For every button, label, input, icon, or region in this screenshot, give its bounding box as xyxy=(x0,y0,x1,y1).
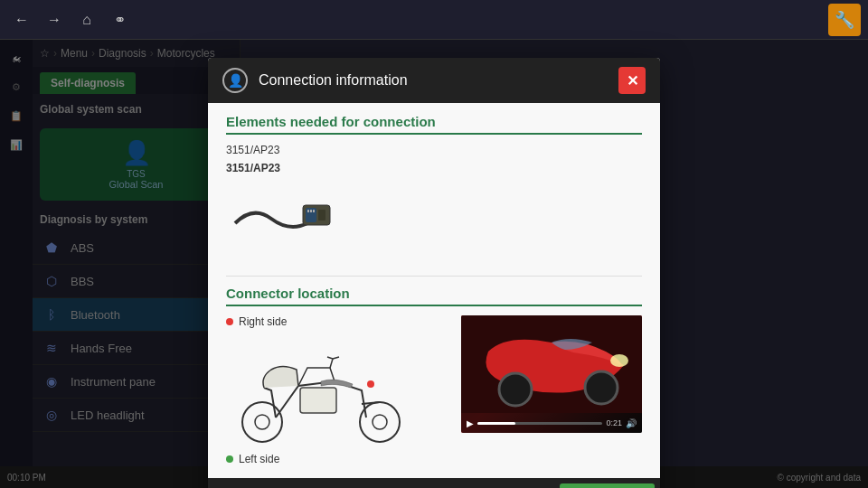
svg-point-8 xyxy=(360,402,400,442)
video-volume-icon[interactable]: 🔊 xyxy=(626,418,637,428)
modal-footer: ? Help ✓ Next xyxy=(208,478,660,488)
svg-point-13 xyxy=(499,373,532,406)
elements-needed-title: Elements needed for connection xyxy=(226,114,642,135)
modal-close-button[interactable]: ✕ xyxy=(618,67,646,94)
modal-header-icon: 👤 xyxy=(222,68,248,93)
video-image xyxy=(461,315,642,413)
connection-info-modal: 👤 Connection information ✕ Elements need… xyxy=(208,58,660,488)
right-side-dot xyxy=(226,318,233,325)
connector-illustration xyxy=(226,178,335,259)
svg-rect-10 xyxy=(300,388,336,413)
video-play-button[interactable]: ▶ xyxy=(467,418,474,428)
svg-rect-5 xyxy=(313,210,315,212)
connector-location-section: Connector location Right side xyxy=(208,277,660,478)
part-number-label: 3151/AP23 xyxy=(226,144,642,156)
modal-content: Elements needed for connection 3151/AP23… xyxy=(208,103,660,478)
video-progress-fill xyxy=(477,422,515,425)
modal-header: 👤 Connection information ✕ xyxy=(208,58,660,103)
link-button[interactable]: ⚭ xyxy=(105,5,134,34)
modal-title: Connection information xyxy=(259,72,608,89)
connector-image-area: 3151/AP23 xyxy=(226,162,642,259)
connector-info: 3151/AP23 xyxy=(226,162,335,259)
connector-part-label: 3151/AP23 xyxy=(226,162,280,174)
svg-point-14 xyxy=(585,371,618,404)
forward-button[interactable]: → xyxy=(40,5,69,34)
svg-point-15 xyxy=(610,354,628,367)
left-side-label: Left side xyxy=(226,453,447,465)
location-diagram-side: Right side xyxy=(226,315,447,469)
connector-location-title: Connector location xyxy=(226,286,642,306)
video-time: 0:21 xyxy=(606,418,622,427)
status-time: 00:10 PM xyxy=(7,473,46,483)
bike-diagram-svg xyxy=(226,332,416,449)
status-copyright: © copyright and data xyxy=(778,473,861,483)
back-button[interactable]: ← xyxy=(7,5,36,34)
svg-point-11 xyxy=(367,380,374,388)
svg-rect-2 xyxy=(318,210,326,221)
video-thumbnail[interactable]: ▶ 0:21 🔊 xyxy=(461,315,642,433)
modal-overlay: 👤 Connection information ✕ Elements need… xyxy=(0,40,868,466)
active-tool-icon[interactable]: 🔧 xyxy=(828,4,861,36)
location-row: Right side xyxy=(226,315,642,469)
app-container: ← → ⌂ ⚭ 🔧 🏍 ⚙ 📋 📊 ☆ › Menu › Diagnosis ›… xyxy=(0,0,868,488)
home-button[interactable]: ⌂ xyxy=(72,5,101,34)
video-progress-bar[interactable] xyxy=(477,422,602,425)
svg-point-9 xyxy=(373,415,387,429)
svg-rect-3 xyxy=(307,210,309,212)
toolbar: ← → ⌂ ⚭ 🔧 xyxy=(0,0,868,40)
svg-point-7 xyxy=(255,415,269,429)
elements-needed-section: Elements needed for connection 3151/AP23… xyxy=(208,103,660,276)
video-controls: ▶ 0:21 🔊 xyxy=(461,413,642,433)
svg-point-6 xyxy=(242,402,282,442)
right-side-label: Right side xyxy=(226,315,447,328)
svg-rect-4 xyxy=(310,210,312,212)
main-area: 🏍 ⚙ 📋 📊 ☆ › Menu › Diagnosis › Motorcycl… xyxy=(0,40,868,466)
next-button[interactable]: ✓ Next xyxy=(560,483,655,488)
left-side-dot xyxy=(226,455,233,463)
